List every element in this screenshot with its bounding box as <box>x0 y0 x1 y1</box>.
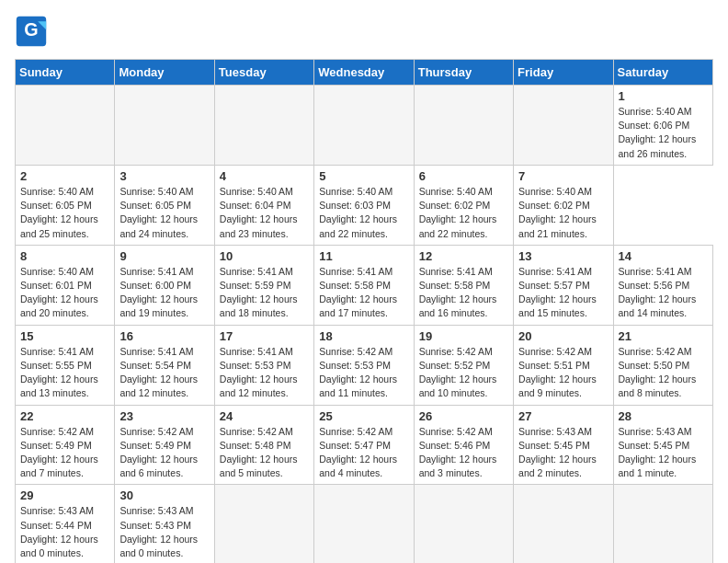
weekday-header: Sunday <box>16 60 115 86</box>
calendar-table: SundayMondayTuesdayWednesdayThursdayFrid… <box>15 59 713 563</box>
calendar-day: 17Sunrise: 5:41 AMSunset: 5:53 PMDayligh… <box>214 325 313 405</box>
calendar-day: 24Sunrise: 5:42 AMSunset: 5:48 PMDayligh… <box>214 405 313 485</box>
calendar-day: 10Sunrise: 5:41 AMSunset: 5:59 PMDayligh… <box>214 245 313 325</box>
calendar-day: 9Sunrise: 5:41 AMSunset: 6:00 PMDaylight… <box>115 245 214 325</box>
calendar-day: 4Sunrise: 5:40 AMSunset: 6:04 PMDaylight… <box>214 165 313 245</box>
calendar-day: 21Sunrise: 5:42 AMSunset: 5:50 PMDayligh… <box>613 325 712 405</box>
empty-cell <box>414 485 513 563</box>
calendar-day: 30Sunrise: 5:43 AMSunset: 5:43 PMDayligh… <box>115 485 214 563</box>
empty-cell <box>115 86 214 166</box>
calendar-day: 6Sunrise: 5:40 AMSunset: 6:02 PMDaylight… <box>414 165 513 245</box>
empty-cell <box>214 485 313 563</box>
calendar-day: 25Sunrise: 5:42 AMSunset: 5:47 PMDayligh… <box>314 405 414 485</box>
calendar-day: 11Sunrise: 5:41 AMSunset: 5:58 PMDayligh… <box>314 245 414 325</box>
calendar-day: 14Sunrise: 5:41 AMSunset: 5:56 PMDayligh… <box>613 245 712 325</box>
calendar-day: 7Sunrise: 5:40 AMSunset: 6:02 PMDaylight… <box>514 165 613 245</box>
calendar-day: 20Sunrise: 5:42 AMSunset: 5:51 PMDayligh… <box>514 325 613 405</box>
logo-icon: G <box>15 15 48 48</box>
calendar-day: 2Sunrise: 5:40 AMSunset: 6:05 PMDaylight… <box>16 165 115 245</box>
calendar-day: 23Sunrise: 5:42 AMSunset: 5:49 PMDayligh… <box>115 405 214 485</box>
calendar-day: 1Sunrise: 5:40 AMSunset: 6:06 PMDaylight… <box>613 86 712 166</box>
calendar-day: 8Sunrise: 5:40 AMSunset: 6:01 PMDaylight… <box>16 245 115 325</box>
empty-cell <box>613 485 712 563</box>
empty-cell <box>414 86 513 166</box>
weekday-header: Monday <box>115 60 214 86</box>
calendar-day: 28Sunrise: 5:43 AMSunset: 5:45 PMDayligh… <box>613 405 712 485</box>
empty-cell <box>16 86 115 166</box>
empty-cell <box>314 86 414 166</box>
empty-cell <box>514 86 613 166</box>
weekday-header: Thursday <box>414 60 513 86</box>
weekday-header: Friday <box>514 60 613 86</box>
logo: G <box>15 15 51 48</box>
calendar-day: 22Sunrise: 5:42 AMSunset: 5:49 PMDayligh… <box>16 405 115 485</box>
calendar-day: 3Sunrise: 5:40 AMSunset: 6:05 PMDaylight… <box>115 165 214 245</box>
empty-cell <box>214 86 313 166</box>
calendar-day: 16Sunrise: 5:41 AMSunset: 5:54 PMDayligh… <box>115 325 214 405</box>
empty-cell <box>514 485 613 563</box>
calendar-day: 29Sunrise: 5:43 AMSunset: 5:44 PMDayligh… <box>16 485 115 563</box>
calendar-day: 12Sunrise: 5:41 AMSunset: 5:58 PMDayligh… <box>414 245 513 325</box>
calendar-day: 15Sunrise: 5:41 AMSunset: 5:55 PMDayligh… <box>16 325 115 405</box>
calendar-day: 18Sunrise: 5:42 AMSunset: 5:53 PMDayligh… <box>314 325 414 405</box>
calendar-day: 5Sunrise: 5:40 AMSunset: 6:03 PMDaylight… <box>314 165 414 245</box>
weekday-header: Saturday <box>613 60 712 86</box>
empty-cell <box>314 485 414 563</box>
calendar-day: 27Sunrise: 5:43 AMSunset: 5:45 PMDayligh… <box>514 405 613 485</box>
weekday-header: Wednesday <box>314 60 414 86</box>
calendar-day: 19Sunrise: 5:42 AMSunset: 5:52 PMDayligh… <box>414 325 513 405</box>
weekday-header: Tuesday <box>214 60 313 86</box>
svg-text:G: G <box>24 19 38 40</box>
calendar-day: 13Sunrise: 5:41 AMSunset: 5:57 PMDayligh… <box>514 245 613 325</box>
calendar-day: 26Sunrise: 5:42 AMSunset: 5:46 PMDayligh… <box>414 405 513 485</box>
page-header: G <box>15 15 713 48</box>
